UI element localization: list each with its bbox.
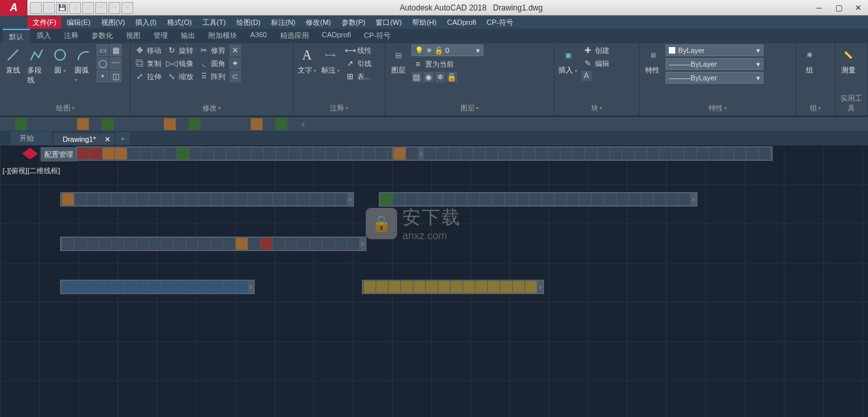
toolbar-icon[interactable] — [74, 193, 86, 205]
toolbar-icon[interactable] — [709, 148, 721, 159]
toolbar-icon[interactable] — [236, 238, 248, 250]
toolbar-icon[interactable] — [161, 281, 173, 293]
toolbar-icon[interactable] — [174, 281, 185, 293]
toolbar-icon[interactable] — [474, 148, 485, 159]
toolbar-icon[interactable] — [759, 148, 771, 159]
qat-save-icon[interactable]: 💾 — [56, 2, 68, 14]
toolbar-icon[interactable] — [214, 148, 226, 159]
toolbar-icon[interactable] — [149, 193, 161, 205]
toolbar-icon[interactable] — [140, 148, 152, 159]
toolbar-icon[interactable] — [99, 281, 111, 293]
toolbar-icon[interactable] — [430, 193, 442, 205]
toolbar-icon[interactable] — [323, 193, 334, 205]
toolbar-icon[interactable] — [585, 148, 597, 159]
ribbon-tab-insert[interactable]: 插入 — [30, 29, 57, 43]
ribbon-tab-addin[interactable]: 附加模块 — [202, 29, 244, 43]
menu-format[interactable]: 格式(O) — [162, 16, 197, 29]
toolbar-icon[interactable] — [201, 118, 213, 130]
toolbar-icon[interactable] — [511, 148, 522, 159]
toolbar-icon[interactable] — [261, 193, 272, 205]
close-tab-icon[interactable]: ✕ — [104, 135, 110, 144]
toolbar-icon[interactable] — [214, 118, 225, 130]
toolbar-icon[interactable] — [211, 281, 223, 293]
ellipse-icon[interactable]: ◯ — [97, 58, 108, 69]
layerfreeze-icon[interactable]: ❄ — [435, 72, 445, 82]
toolbar-icon[interactable] — [461, 148, 473, 159]
toolbar-icon[interactable] — [223, 238, 235, 250]
toolbar-icon[interactable] — [273, 193, 285, 205]
ribbon-tab-view[interactable]: 视图 — [120, 29, 147, 43]
toolbar-icon[interactable] — [62, 238, 74, 250]
menu-param[interactable]: 参数(P) — [336, 16, 371, 29]
toolbar-icon[interactable] — [112, 238, 123, 250]
menu-cadprofi[interactable]: CADprofi — [442, 17, 481, 27]
linetype-combo[interactable]: ——— ByLayer — [666, 72, 764, 84]
toolbar-icon[interactable] — [90, 148, 102, 159]
toolbar-icon[interactable] — [523, 148, 535, 159]
toolbar-icon[interactable] — [480, 193, 492, 205]
toolbar-icon[interactable] — [335, 238, 347, 250]
toolbar-icon[interactable] — [139, 118, 151, 130]
create-block-tool[interactable]: ✚创建 — [581, 44, 611, 56]
ribbon-tab-cpsymbol[interactable]: CP-符号 — [357, 29, 397, 43]
toolbar-icon[interactable] — [174, 238, 185, 250]
toolbar-icon[interactable] — [226, 118, 238, 130]
toolbar-icon[interactable] — [463, 281, 475, 293]
toolbar-icon[interactable] — [436, 148, 448, 159]
toolbar-icon[interactable] — [199, 281, 210, 293]
toolbar-icon[interactable] — [530, 193, 541, 205]
color-combo[interactable]: ByLayer — [666, 44, 764, 56]
toolbar-icon[interactable] — [149, 238, 161, 250]
toolbar-icon[interactable] — [285, 193, 297, 205]
menu-help[interactable]: 帮助(H) — [407, 16, 442, 29]
toolbar-icon[interactable] — [679, 193, 690, 205]
explode-icon[interactable]: ✦ — [229, 58, 241, 69]
panel-block-title[interactable]: 块 — [557, 102, 636, 114]
toolbar-icon[interactable] — [560, 148, 572, 159]
measure-tool[interactable]: 📏测量 — [838, 44, 859, 76]
menu-tools[interactable]: 工具(T) — [197, 16, 231, 29]
toolbar-icon[interactable] — [112, 193, 123, 205]
toolbar-icon[interactable] — [189, 118, 201, 130]
toolbar-icon[interactable] — [189, 148, 201, 159]
toolbar-icon[interactable] — [186, 281, 198, 293]
hatch-icon[interactable]: ▦ — [110, 44, 121, 56]
toolbar-icon[interactable] — [500, 281, 512, 293]
toolbar-icon[interactable] — [102, 118, 114, 130]
toolbar-icon[interactable] — [517, 193, 529, 205]
toolbar-icon[interactable] — [666, 193, 678, 205]
toolbar-icon[interactable] — [567, 193, 579, 205]
toolbar-icon[interactable] — [310, 193, 322, 205]
qat-new-icon[interactable]: ▢ — [30, 2, 42, 14]
toolbar-close-icon[interactable]: x — [539, 284, 542, 290]
toolbar-icon[interactable] — [413, 281, 425, 293]
arc-tool[interactable]: 圆弧 — [73, 44, 94, 84]
toolbar-icon[interactable] — [137, 193, 148, 205]
toolbar-icon[interactable] — [548, 148, 560, 159]
panel-group-title[interactable]: 组 — [799, 102, 832, 114]
toolbar-icon[interactable] — [335, 193, 347, 205]
props-tool[interactable]: 🖥特性 — [642, 44, 663, 76]
doctab-start[interactable]: 开始 — [10, 131, 52, 145]
add-tab-button[interactable]: + — [116, 132, 130, 145]
toolbar-icon[interactable] — [161, 238, 173, 250]
toolbar-icon[interactable] — [261, 238, 272, 250]
toolbar-icon[interactable] — [338, 148, 350, 159]
panel-layer-title[interactable]: 图层 — [388, 102, 552, 114]
toolbar-icon[interactable] — [635, 148, 647, 159]
toolbar-icon[interactable] — [323, 238, 334, 250]
app-logo-icon[interactable]: A — [0, 0, 27, 16]
toolbar-close-icon[interactable]: x — [692, 196, 696, 203]
toolbar-icon[interactable] — [211, 193, 223, 205]
toolbar-icon[interactable] — [406, 193, 417, 205]
toolbar-icon[interactable] — [3, 118, 14, 130]
toolbar-icon[interactable] — [406, 148, 418, 159]
toolbar-icon[interactable] — [239, 148, 251, 159]
qat-redo-icon[interactable]: ↷ — [108, 2, 120, 14]
spline-icon[interactable]: 〰 — [110, 58, 121, 69]
toolbar-icon[interactable] — [114, 118, 126, 130]
menu-window[interactable]: 窗口(W) — [370, 16, 407, 29]
erase-icon[interactable]: ✕ — [229, 44, 241, 56]
minimize-button[interactable]: ─ — [809, 1, 829, 15]
polyline-tool[interactable]: 多段线 — [26, 44, 47, 86]
